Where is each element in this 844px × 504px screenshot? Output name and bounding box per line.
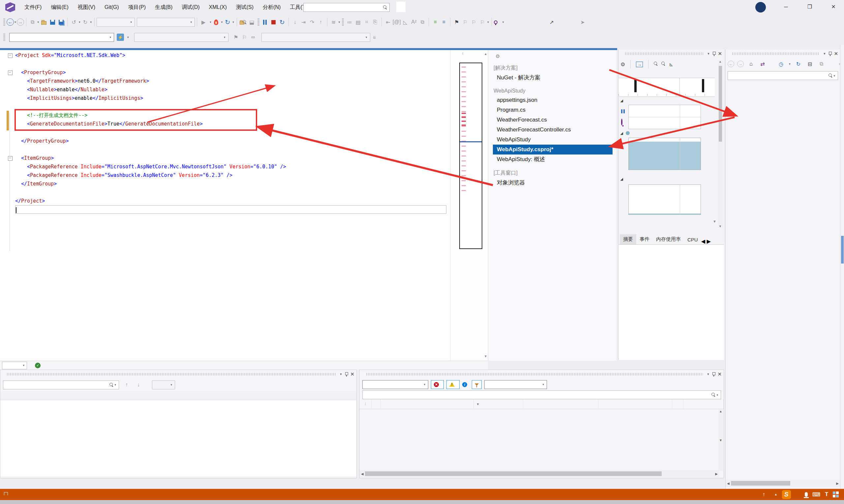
format-document-icon[interactable]: ⎘ bbox=[371, 17, 379, 27]
quick-search[interactable] bbox=[303, 3, 390, 12]
errors-filter-button[interactable]: ✕ bbox=[431, 380, 444, 389]
window-position-icon[interactable]: ▼ bbox=[823, 52, 826, 55]
window-position-icon[interactable]: ▼ bbox=[707, 373, 710, 376]
code-line[interactable]: <!--打开生成文档文件--> bbox=[0, 111, 450, 120]
code-line[interactable]: −<Project Sdk="Microsoft.NET.Sdk.Web"> bbox=[0, 51, 450, 60]
pending-changes-filter-icon[interactable]: ◷ bbox=[777, 59, 785, 69]
diag-tab-摘要[interactable]: 摘要 bbox=[620, 234, 636, 245]
error-source-combo[interactable]: ▾ bbox=[484, 380, 547, 389]
navigate-back-dropdown-icon[interactable]: ▾ bbox=[15, 20, 16, 24]
error-scope-combo[interactable]: ▾ bbox=[362, 380, 428, 389]
col-description[interactable]: ▼ bbox=[474, 399, 523, 409]
open-file-icon[interactable] bbox=[39, 17, 48, 27]
code-line[interactable] bbox=[0, 145, 450, 154]
minimize-button[interactable]: ─ bbox=[778, 0, 794, 14]
code-line[interactable]: <PackageReference Include="Swashbuckle.A… bbox=[0, 171, 450, 180]
step-into-icon[interactable]: ↓ bbox=[291, 17, 299, 27]
pin-icon[interactable] bbox=[712, 52, 716, 56]
scroll-up-icon[interactable]: ▲ bbox=[484, 52, 487, 56]
forward-icon[interactable]: → bbox=[737, 60, 744, 67]
sort-usings-icon[interactable]: ≡ bbox=[431, 17, 440, 27]
step-over-icon[interactable]: ⇥ bbox=[299, 17, 308, 27]
window-position-icon[interactable]: ▼ bbox=[707, 52, 710, 55]
back-icon[interactable]: ← bbox=[728, 60, 734, 67]
code-line[interactable]: −<ItemGroup> bbox=[0, 154, 450, 162]
solution-platform-combo[interactable]: ▾ bbox=[137, 18, 195, 27]
health-check-icon[interactable]: ✓ bbox=[35, 363, 40, 368]
goto-definition-icon[interactable]: ◺ bbox=[401, 17, 410, 27]
toolbar-grip[interactable] bbox=[3, 18, 5, 26]
col-file[interactable] bbox=[598, 399, 672, 409]
splitter-icon[interactable]: ↕ bbox=[462, 51, 487, 55]
microphone-icon[interactable] bbox=[805, 492, 808, 497]
ime-skin-icon[interactable]: T bbox=[825, 491, 828, 498]
solution-search[interactable]: ▾ bbox=[728, 71, 838, 80]
zoom-out-icon[interactable] bbox=[661, 61, 666, 67]
code-line[interactable]: <ImplicitUsings>enable</ImplicitUsings> bbox=[0, 94, 450, 103]
messages-filter-button[interactable]: i bbox=[462, 382, 469, 387]
col-project[interactable] bbox=[523, 399, 598, 409]
menu-item[interactable]: 视图(V) bbox=[73, 0, 100, 15]
close-icon[interactable]: ✕ bbox=[718, 51, 722, 57]
tab-list-item[interactable]: 对象浏览器 bbox=[493, 178, 613, 188]
navigate-forward-icon[interactable]: → bbox=[17, 18, 24, 26]
switch-views-icon[interactable]: ⇄ bbox=[758, 59, 767, 69]
restart-icon[interactable]: ↻ bbox=[223, 17, 232, 27]
tab-list-item[interactable]: Program.cs bbox=[493, 105, 613, 115]
export-icon[interactable]: → bbox=[636, 61, 643, 67]
collapse-all-icon[interactable]: ⊟ bbox=[806, 59, 814, 69]
solution-hscrollbar[interactable]: ◀ ▶ bbox=[726, 480, 840, 487]
tab-list-item[interactable]: WebApiStudy.csproj* bbox=[493, 145, 613, 155]
gear-icon[interactable]: ⚙ bbox=[496, 53, 500, 59]
undo-icon[interactable]: ↺ bbox=[70, 17, 78, 27]
close-icon[interactable]: ✕ bbox=[834, 51, 838, 57]
code-line[interactable] bbox=[0, 188, 450, 197]
code-line[interactable]: <Nullable>enable</Nullable> bbox=[0, 85, 450, 94]
tab-list-item[interactable]: WebApiStudy: 概述 bbox=[493, 155, 613, 164]
keyboard-icon[interactable]: ⌨ bbox=[812, 491, 821, 498]
restart-debugging-icon[interactable]: ↻ bbox=[278, 17, 287, 27]
menu-item[interactable]: 文件(F) bbox=[20, 0, 46, 15]
save-all-icon[interactable] bbox=[57, 17, 65, 27]
col-line[interactable] bbox=[672, 399, 684, 409]
code-line[interactable] bbox=[0, 205, 450, 214]
step-out-icon[interactable]: ↷ bbox=[308, 17, 316, 27]
pin-icon[interactable] bbox=[828, 52, 832, 56]
menu-item[interactable]: 调试(D) bbox=[177, 0, 204, 15]
code-line[interactable]: </Project> bbox=[0, 197, 450, 205]
navigate-back-icon[interactable]: ← bbox=[6, 18, 14, 26]
search-up-icon[interactable]: ↑ bbox=[122, 380, 131, 389]
menu-item[interactable]: 测试(S) bbox=[231, 0, 258, 15]
tab-list-item[interactable]: WeatherForecast.cs bbox=[493, 115, 613, 125]
error-search[interactable]: ▾ bbox=[362, 390, 721, 399]
zoom-combo[interactable]: ▾ bbox=[2, 362, 27, 369]
flag-thread-icon[interactable]: ⚑ bbox=[232, 33, 240, 42]
menu-item[interactable]: 项目(P) bbox=[124, 0, 150, 15]
maximize-button[interactable]: ❐ bbox=[802, 0, 817, 14]
clear-bookmarks-icon[interactable]: ⚐ bbox=[478, 17, 487, 27]
step-up-icon[interactable]: ↑ bbox=[316, 17, 325, 27]
toolbar-grip[interactable] bbox=[342, 18, 344, 26]
scroll-down-icon[interactable]: ▼ bbox=[484, 355, 487, 358]
next-bookmark-icon[interactable]: ⚐ bbox=[469, 17, 478, 27]
pin-icon[interactable] bbox=[712, 372, 716, 377]
code-line[interactable]: −<PropertyGroup> bbox=[0, 68, 450, 77]
settings-gear-icon[interactable]: ⚙ bbox=[620, 61, 625, 68]
scroll-down-icon[interactable]: ▼ bbox=[713, 219, 717, 223]
prev-bookmark-icon[interactable]: ⚐ bbox=[461, 17, 469, 27]
sync-with-active-document-icon[interactable]: ↻ bbox=[794, 59, 803, 69]
schema-icon[interactable]: ⌗ bbox=[362, 17, 371, 27]
col-code[interactable] bbox=[381, 399, 474, 409]
background-tasks-flag-icon[interactable] bbox=[4, 492, 8, 497]
list-members-icon[interactable]: ≔ bbox=[345, 17, 354, 27]
menu-item[interactable]: Git(G) bbox=[100, 0, 124, 15]
fold-collapse-icon[interactable]: − bbox=[0, 154, 15, 162]
diag-tab-内存使用率[interactable]: 内存使用率 bbox=[653, 234, 684, 245]
preview-window-icon[interactable]: ⬓ bbox=[247, 17, 256, 27]
properties-window-icon[interactable]: ⧉ bbox=[817, 59, 826, 69]
find-in-files-icon[interactable] bbox=[239, 17, 247, 27]
diagnostics-timeline[interactable] bbox=[619, 78, 715, 97]
home-icon[interactable]: ⌂ bbox=[747, 59, 755, 69]
stack-frame-combo[interactable]: ▾ bbox=[261, 33, 370, 42]
window-position-icon[interactable]: ▼ bbox=[340, 373, 343, 376]
